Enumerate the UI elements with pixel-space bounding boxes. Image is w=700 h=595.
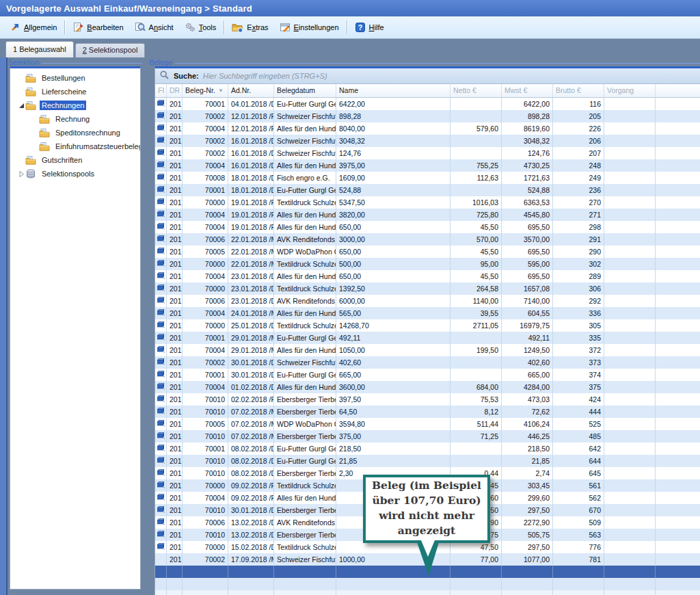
menu-item-bearbeiten[interactable]: Bearbeiten: [67, 20, 129, 35]
beleg-doc-icon: [157, 442, 165, 455]
cell-filler: [656, 492, 700, 504]
table-row[interactable]: 201770377000429.01.2018 /MoAlles für den…: [155, 344, 700, 356]
tab-2-selektionspool[interactable]: 2 Selektionspool: [75, 43, 146, 57]
table-row[interactable]: 201770327000023.01.2018 /DiTextildruck S…: [155, 282, 700, 295]
table-row[interactable]: 201770287000622.01.2018 /MoAVK Renditefo…: [155, 233, 700, 246]
table-row[interactable]: 201770307000022.01.2018 /MoTextildruck S…: [155, 258, 700, 270]
cell-vorgang: [604, 516, 656, 529]
table-row[interactable]: 201770427001007.02.2018 /MiEbersberger T…: [155, 406, 700, 418]
menu-item-extras[interactable]: Extras: [226, 20, 273, 35]
cell-dr: 20177051: [167, 516, 183, 529]
table-row[interactable]: 201770217000216.01.2018 /DiSchweizer Fis…: [155, 147, 700, 159]
cell-belegdatum: Textildruck Schulze Inland: [274, 479, 336, 492]
column-header-brutto[interactable]: Brutto €: [553, 84, 604, 97]
help-icon: ?: [355, 22, 366, 33]
table-row[interactable]: 201770267000419.01.2018 /FrAlles für den…: [155, 209, 700, 221]
tree-item-einfuhrumsatzsteuerbeleg[interactable]: Einfuhrumsatzsteuerbeleg: [10, 140, 140, 153]
tree-collapsed-icon[interactable]: [17, 171, 25, 177]
beleg-doc-icon: [157, 295, 165, 307]
cell-mwst: 4106,24: [502, 418, 553, 430]
column-header-netto[interactable]: Netto €: [450, 84, 502, 97]
tree-item-gutschriften[interactable]: Gutschriften: [10, 153, 140, 167]
table-row[interactable]: 201770457000108.02.2018 /DoEu-Futter Gur…: [155, 442, 700, 455]
beleg-doc-icon: [157, 246, 165, 258]
menu-item-allgemein[interactable]: Allgemein: [4, 20, 62, 35]
cell-beleg-nr: 70000: [183, 196, 228, 209]
table-row[interactable]: 201770347000424.01.2018 /MiAlles für den…: [155, 307, 700, 319]
tree-item-lieferscheine[interactable]: Lieferscheine: [10, 85, 140, 98]
cell-ad-nr: 19.01.2018 /Fr: [228, 196, 274, 209]
cell-ad-nr: 16.01.2018 /Di: [228, 135, 274, 147]
menu-item-einstellungen[interactable]: Einstellungen: [274, 20, 345, 35]
table-row[interactable]: 201770197000412.01.2018 /FrAlles für den…: [155, 122, 700, 135]
column-header-dr[interactable]: DR: [167, 84, 183, 97]
cell-mwst: 492,11: [502, 332, 553, 344]
menu-item-tools[interactable]: Tools: [179, 20, 222, 35]
cell-dr: 20177048: [167, 479, 183, 492]
tree-item-bestellungen[interactable]: Bestellungen: [10, 71, 140, 85]
tree-expanded-icon[interactable]: [17, 103, 25, 109]
table-row[interactable]: 201770177000104.01.2018 /DoEu-Futter Gur…: [155, 98, 700, 110]
table-row[interactable]: 201770227000416.01.2018 /DiAlles für den…: [155, 159, 700, 172]
tree-item-rechnungen[interactable]: Rechnungen: [10, 98, 140, 112]
cell-fi: [155, 504, 167, 516]
search-bar[interactable]: Suche: Hier Suchbegriff eingeben (STRG+S…: [155, 68, 700, 84]
menu-item-ansicht[interactable]: Ansicht: [129, 20, 179, 35]
table-row[interactable]: 201770467001008.02.2018 /DoEu-Futter Gur…: [155, 455, 700, 467]
cell-name: 5347,50: [336, 196, 450, 209]
table-row[interactable]: 201770447001007.02.2018 /MiEbersberger T…: [155, 430, 700, 442]
table-row[interactable]: 201770317000423.01.2018 /DiAlles für den…: [155, 270, 700, 282]
table-row[interactable]: 201770247000118.01.2018 /DoEu-Futter Gur…: [155, 184, 700, 196]
cell-name: 898,28: [336, 110, 450, 122]
column-header-beleg-nr[interactable]: Beleg-Nr.▼: [183, 84, 228, 97]
cell-dr: 20177041: [167, 393, 183, 406]
cell-name: 500,00: [336, 258, 450, 270]
cell-fi: [155, 110, 167, 122]
column-header-name[interactable]: Name: [336, 84, 450, 97]
tree-item-rechnung[interactable]: Rechnung: [10, 112, 140, 126]
table-row[interactable]: 201770297000522.01.2018 /MoWDP WoDaPhon …: [155, 246, 700, 258]
beleg-doc-icon: [157, 406, 165, 418]
table-row[interactable]: 201770237000818.01.2018 /DoFisch engro e…: [155, 172, 700, 184]
column-header-mwst[interactable]: Mwst €: [502, 84, 553, 97]
table-row[interactable]: 201770257000019.01.2018 /FrTextildruck S…: [155, 196, 700, 209]
table-row[interactable]: 201770387000230.01.2018 /DiSchweizer Fis…: [155, 356, 700, 369]
table-row[interactable]: 201770437000507.02.2018 /MiWDP WoDaPhon …: [155, 418, 700, 430]
menu-item-hilfe[interactable]: ?Hilfe: [349, 20, 390, 35]
table-row[interactable]: 201770337000623.01.2018 /DiAVK Renditefo…: [155, 295, 700, 307]
cell-beleg-nr: 70004: [183, 492, 228, 504]
cell-mwst: 695,50: [502, 221, 553, 233]
table-row[interactable]: 201770417001002.02.2018 /FrEbersberger T…: [155, 393, 700, 406]
table-row[interactable]: 201770277000419.01.2018 /FrAlles für den…: [155, 221, 700, 233]
table-row[interactable]: 201770357000025.01.2018 /DoTextildruck S…: [155, 319, 700, 332]
cell-vorgang: [604, 295, 656, 307]
beleg-doc-icon: [157, 529, 165, 541]
table-row[interactable]: 201770367000129.01.2018 /MoEu-Futter Gur…: [155, 332, 700, 344]
cell-fi: [155, 184, 167, 196]
cell-fi: [155, 221, 167, 233]
tree-item-selektionspools[interactable]: Selektionspools: [10, 167, 140, 181]
cell-vorgang: [604, 455, 656, 467]
column-header-fi[interactable]: FI: [155, 84, 167, 97]
table-row[interactable]: 201770207000216.01.2018 /DiSchweizer Fis…: [155, 135, 700, 147]
beleg-doc-icon: [157, 258, 165, 270]
cell-mwst: 21,85: [502, 455, 553, 467]
cell-name: 6000,00: [336, 295, 450, 307]
column-header-belegdatum[interactable]: Belegdatum: [274, 84, 336, 97]
cell-brutto: 562: [553, 492, 604, 504]
tree-item-speditonsrechnung[interactable]: Speditonsrechnung: [10, 126, 140, 140]
cell-belegdatum: Alles für den Hund GmbH: [274, 122, 336, 135]
table-row[interactable]: 201770187000212.01.2018 /FrSchweizer Fis…: [155, 110, 700, 122]
tab-1-belegauswahl[interactable]: 1 Belegauswahl: [5, 41, 74, 57]
cell-name: 3000,00: [336, 233, 450, 246]
table-row[interactable]: 201770397000130.01.2018 /DiEu-Futter Gur…: [155, 369, 700, 381]
cell-filler: [656, 566, 700, 578]
cell-fi: [155, 430, 167, 442]
column-header-vorgang[interactable]: Vorgang: [604, 84, 656, 97]
beleg-doc-icon: [157, 270, 165, 282]
cell-name: 6422,00: [336, 98, 450, 110]
cell-vorgang: [604, 442, 656, 455]
cell-name: 3594,80: [336, 418, 450, 430]
column-header-ad-nr[interactable]: Ad.Nr.: [228, 84, 274, 97]
table-row[interactable]: 201770407000401.02.2018 /DoAlles für den…: [155, 381, 700, 393]
